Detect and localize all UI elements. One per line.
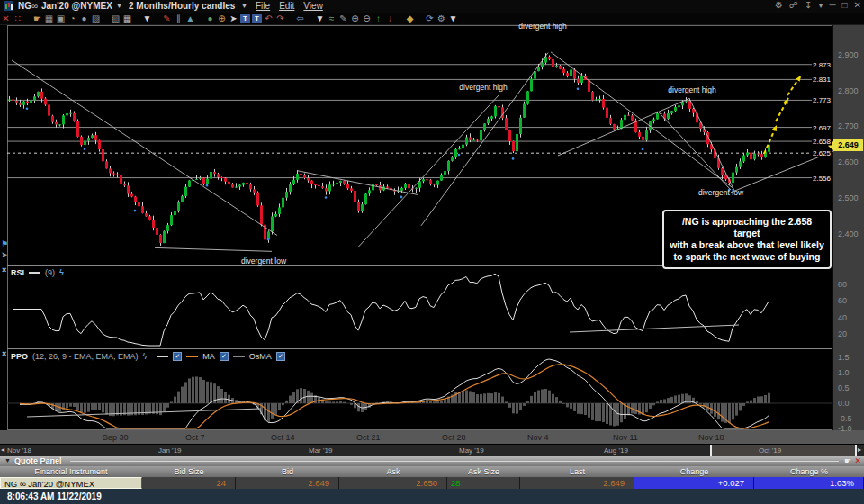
- status-bar: 8:06:43 AM 11/22/2019: [0, 489, 864, 504]
- quote-panel-header[interactable]: ▼ Quote Panel ☛ ✕: [0, 456, 864, 466]
- column-header-bid[interactable]: Bid: [236, 467, 339, 476]
- column-header-bid-size[interactable]: Bid Size: [142, 467, 236, 476]
- quote-panel-close-icon[interactable]: ✕: [854, 456, 861, 465]
- ppo-line-checkbox[interactable]: ✓: [173, 352, 182, 361]
- ppo-osma-checkbox[interactable]: ✓: [276, 352, 285, 361]
- quote-panel-rule: [70, 461, 839, 462]
- chart-canvas[interactable]: [0, 0, 864, 504]
- quote-value-cell: 28: [447, 477, 520, 489]
- ppo-osma-label: OsMA: [249, 352, 272, 361]
- ppo-osma-swatch: [233, 356, 245, 357]
- collapse-icon[interactable]: ▼: [4, 457, 11, 464]
- alert-flag-icon[interactable]: ⚑: [1, 239, 8, 248]
- quote-value-cell: 2.649: [236, 477, 339, 489]
- ppo-flash-icon[interactable]: ϟ: [143, 352, 148, 361]
- ppo-line-swatch: [157, 356, 168, 357]
- quote-value-cell: 24: [142, 477, 236, 489]
- quote-value-cell: +0.027: [634, 477, 754, 489]
- ppo-params-label: (12, 26, 9 - EMA, EMA, EMA): [32, 352, 139, 361]
- pointer-marker-icon[interactable]: ➤: [1, 250, 8, 259]
- ppo-ma-swatch: [186, 356, 198, 357]
- quote-value-cell: 1.03%: [754, 477, 864, 489]
- rsi-header: RSI (9) ϟ: [11, 268, 64, 277]
- column-header-financial-instrument[interactable]: Financial Instrument: [0, 467, 142, 476]
- rsi-close-button[interactable]: ×: [2, 266, 6, 274]
- trading-app-window: NG ∞ Jan'20 @NYMEX ▼ 2 Months/Hourly can…: [0, 0, 864, 504]
- clock-label: 8:06:43 AM 11/22/2019: [7, 491, 102, 501]
- column-header-last[interactable]: Last: [520, 467, 634, 476]
- ppo-label: PPO: [11, 352, 28, 361]
- instrument-cell[interactable]: NG ∞ Jan'20 @NYMEX: [0, 477, 142, 489]
- column-header-ask-size[interactable]: Ask Size: [447, 467, 520, 476]
- column-header-change[interactable]: Change: [634, 467, 754, 476]
- rsi-period-label: (9): [45, 268, 55, 277]
- rsi-label: RSI: [11, 268, 24, 277]
- column-header-change--[interactable]: Change %: [754, 467, 864, 476]
- ppo-ma-label: MA: [202, 352, 215, 361]
- ppo-ma-checkbox[interactable]: ✓: [220, 352, 229, 361]
- quote-panel-title: Quote Panel: [14, 456, 62, 465]
- rsi-line-swatch: [29, 272, 40, 274]
- rsi-flash-icon[interactable]: ϟ: [59, 268, 64, 277]
- hand-pointer-icon[interactable]: ☛: [844, 456, 851, 465]
- quote-value-cell: 2.649: [520, 477, 634, 489]
- quote-value-cell: 2.650: [339, 477, 447, 489]
- quote-table-header: Financial InstrumentBid SizeBidAskAsk Si…: [0, 466, 864, 477]
- ppo-close-button[interactable]: ×: [2, 349, 6, 358]
- column-header-ask[interactable]: Ask: [339, 467, 447, 476]
- ppo-header: PPO (12, 26, 9 - EMA, EMA, EMA) ϟ ✓ MA ✓…: [11, 352, 285, 361]
- quote-table-row[interactable]: NG ∞ Jan'20 @NYMEX242.6492.650282.649+0.…: [0, 477, 864, 489]
